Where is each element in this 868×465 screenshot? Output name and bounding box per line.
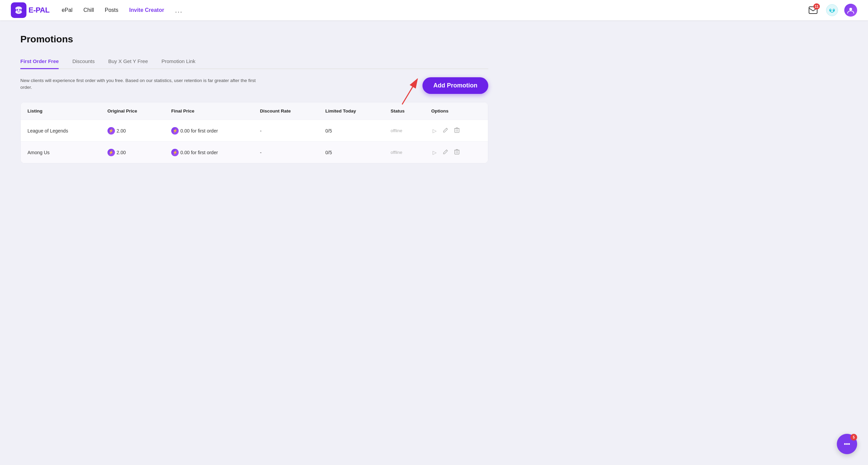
coin-icon-orig-0: ⚡ bbox=[107, 127, 115, 135]
col-limited-today: Limited Today bbox=[319, 102, 384, 120]
add-promo-wrapper: Add Promotion bbox=[422, 77, 488, 94]
cell-options-1: ▷ bbox=[425, 142, 488, 163]
cell-listing-0: League of Legends bbox=[21, 120, 101, 142]
cell-original-price-0: ⚡ 2.00 bbox=[101, 120, 164, 142]
nav-invite-creator[interactable]: Invite Creator bbox=[129, 7, 164, 13]
table-header-row: Listing Original Price Final Price Disco… bbox=[21, 102, 488, 120]
coin-icon-orig-1: ⚡ bbox=[107, 149, 115, 156]
nav-chill[interactable]: Chill bbox=[83, 7, 94, 13]
trash-icon-0 bbox=[454, 127, 459, 133]
nav-right: 11 bbox=[806, 3, 857, 17]
promotions-table: Listing Original Price Final Price Disco… bbox=[20, 102, 488, 163]
svg-point-19 bbox=[844, 443, 846, 445]
mail-button[interactable]: 11 bbox=[806, 3, 820, 17]
coin-icon-final-1: ⚡ bbox=[171, 149, 179, 156]
logo-icon bbox=[11, 2, 26, 18]
mascot-icon bbox=[826, 4, 838, 16]
nav-links: ePal Chill Posts Invite Creator ... bbox=[62, 6, 806, 14]
coin-icon-final-0: ⚡ bbox=[171, 127, 179, 135]
cell-limited-today-0: 0/5 bbox=[319, 120, 384, 142]
cell-status-0: offline bbox=[384, 120, 425, 142]
svg-point-3 bbox=[826, 4, 838, 16]
cell-discount-rate-1: - bbox=[253, 142, 319, 163]
logo[interactable]: E-PAL bbox=[11, 2, 50, 18]
delete-button-0[interactable] bbox=[453, 126, 461, 135]
svg-point-21 bbox=[848, 443, 850, 445]
tab-discounts[interactable]: Discounts bbox=[72, 54, 95, 69]
cell-status-1: offline bbox=[384, 142, 425, 163]
edit-button-0[interactable] bbox=[441, 126, 450, 135]
edit-icon-1 bbox=[443, 149, 448, 155]
cell-limited-today-1: 0/5 bbox=[319, 142, 384, 163]
nav-epal[interactable]: ePal bbox=[62, 7, 73, 13]
play-button-1[interactable]: ▷ bbox=[431, 148, 438, 157]
svg-point-6 bbox=[830, 9, 831, 11]
tabs: First Order Free Discounts Buy X Get Y F… bbox=[20, 54, 488, 69]
navbar: E-PAL ePal Chill Posts Invite Creator ..… bbox=[0, 0, 868, 20]
tab-buy-x-get-y[interactable]: Buy X Get Y Free bbox=[108, 54, 148, 69]
play-button-0[interactable]: ▷ bbox=[431, 126, 438, 135]
svg-rect-15 bbox=[455, 150, 459, 154]
trash-icon-1 bbox=[454, 149, 459, 155]
svg-rect-11 bbox=[455, 128, 459, 133]
table-row: Among Us ⚡ 2.00 ⚡ 0.00 for first order -… bbox=[21, 142, 488, 163]
delete-button-1[interactable] bbox=[453, 148, 461, 157]
description-row: New clients will experience first order … bbox=[20, 77, 488, 94]
page-title: Promotions bbox=[20, 34, 488, 45]
cell-final-price-0: ⚡ 0.00 for first order bbox=[164, 120, 253, 142]
col-discount-rate: Discount Rate bbox=[253, 102, 319, 120]
user-avatar[interactable] bbox=[844, 4, 857, 17]
avatar-mascot[interactable] bbox=[825, 3, 839, 17]
cell-listing-1: Among Us bbox=[21, 142, 101, 163]
main-content: Promotions First Order Free Discounts Bu… bbox=[0, 20, 509, 177]
svg-point-8 bbox=[849, 8, 852, 11]
chat-badge: 5 bbox=[850, 434, 857, 441]
chat-icon bbox=[842, 439, 852, 449]
svg-point-7 bbox=[833, 9, 834, 11]
edit-button-1[interactable] bbox=[441, 148, 450, 157]
col-status: Status bbox=[384, 102, 425, 120]
nav-posts[interactable]: Posts bbox=[105, 7, 118, 13]
user-icon bbox=[847, 6, 854, 14]
table-row: League of Legends ⚡ 2.00 ⚡ 0.00 for firs… bbox=[21, 120, 488, 142]
cell-original-price-1: ⚡ 2.00 bbox=[101, 142, 164, 163]
svg-point-1 bbox=[19, 9, 21, 11]
edit-icon-0 bbox=[443, 127, 448, 133]
logo-text: E-PAL bbox=[28, 6, 50, 15]
col-options: Options bbox=[425, 102, 488, 120]
col-original-price: Original Price bbox=[101, 102, 164, 120]
col-listing: Listing bbox=[21, 102, 101, 120]
nav-more[interactable]: ... bbox=[175, 6, 183, 14]
add-promotion-button[interactable]: Add Promotion bbox=[422, 77, 488, 94]
col-final-price: Final Price bbox=[164, 102, 253, 120]
mail-badge: 11 bbox=[813, 3, 820, 9]
description-text: New clients will experience first order … bbox=[20, 77, 258, 91]
svg-point-0 bbox=[17, 9, 18, 11]
cell-final-price-1: ⚡ 0.00 for first order bbox=[164, 142, 253, 163]
chat-widget[interactable]: 5 bbox=[837, 434, 857, 454]
cell-options-0: ▷ bbox=[425, 120, 488, 142]
svg-point-20 bbox=[846, 443, 848, 445]
tab-promotion-link[interactable]: Promotion Link bbox=[161, 54, 195, 69]
cell-discount-rate-0: - bbox=[253, 120, 319, 142]
tab-first-order-free[interactable]: First Order Free bbox=[20, 54, 59, 69]
svg-line-10 bbox=[402, 79, 417, 104]
